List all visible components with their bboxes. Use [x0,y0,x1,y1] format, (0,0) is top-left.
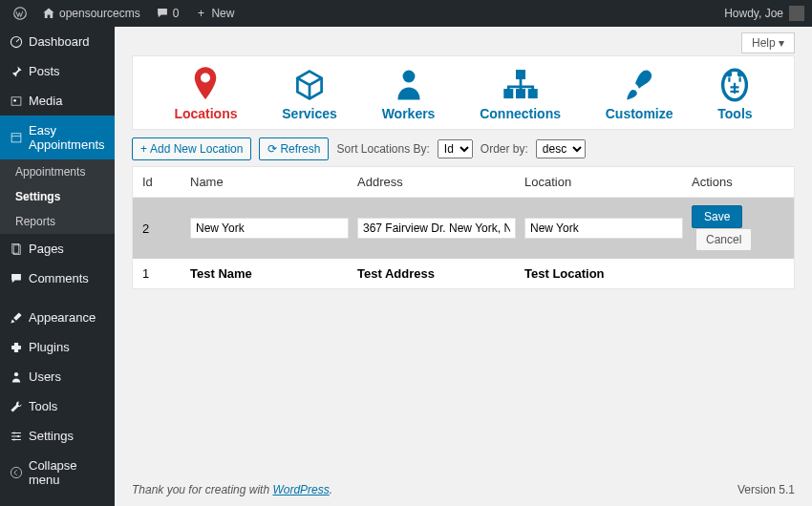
svg-point-12 [201,74,210,83]
sidebar-sub-appointments[interactable]: Appointments [0,159,115,184]
comment-icon [156,7,169,20]
order-label: Order by: [481,142,528,156]
cell-name: Test Name [190,266,357,281]
customize-icon [624,66,654,104]
svg-rect-15 [504,90,511,96]
services-icon [292,66,327,104]
tab-tools[interactable]: Tools [717,66,752,121]
plus-icon: + [140,142,147,156]
svg-point-11 [11,467,21,477]
avatar [789,6,804,21]
svg-point-9 [17,434,19,436]
sidebar-item-appearance[interactable]: Appearance [0,303,115,332]
save-button[interactable]: Save [692,205,742,228]
svg-point-8 [13,432,15,433]
svg-rect-4 [11,134,21,142]
page-icon [10,242,23,256]
comments-count: 0 [173,7,180,20]
refresh-button[interactable]: ⟳Refresh [259,137,329,160]
sidebar-item-pages[interactable]: Pages [0,234,115,264]
comment-icon [10,272,23,285]
user-icon [10,370,23,384]
version-text: Version 5.1 [737,483,795,496]
svg-point-10 [13,438,15,440]
name-input[interactable] [190,218,349,239]
cancel-button[interactable]: Cancel [695,228,752,251]
sidebar-item-collapse-menu[interactable]: Collapse menu [0,451,115,495]
help-button[interactable]: Help ▾ [741,32,795,53]
svg-point-20 [737,72,743,77]
sidebar-sub-reports[interactable]: Reports [0,209,115,234]
svg-rect-16 [517,90,524,96]
table-row: 2SaveCancel [133,198,794,259]
th-id: Id [142,175,190,189]
address-input[interactable] [357,218,516,239]
home-icon [42,7,55,20]
sidebar-item-posts[interactable]: Posts [0,56,115,86]
locations-icon [191,66,220,104]
th-name: Name [190,175,357,189]
sidebar-sub-settings[interactable]: Settings [0,184,115,209]
sidebar-item-plugins[interactable]: Plugins [0,332,115,362]
media-icon [10,95,23,108]
tab-services[interactable]: Services [282,66,337,121]
sidebar-item-easy-appointments[interactable]: Easy Appointments [0,116,115,159]
user-menu[interactable]: Howdy, Joe [724,6,804,21]
sidebar-item-tools[interactable]: Tools [0,391,115,421]
cell-id: 2 [142,221,190,236]
locations-table: Id Name Address Location Actions 2SaveCa… [132,166,795,289]
connections-icon [502,66,540,104]
wordpress-link[interactable]: WordPress [272,483,329,496]
footer-thanks: Thank you for creating with WordPress. [132,483,332,496]
tab-customize[interactable]: Customize [606,66,673,121]
svg-point-19 [727,72,733,77]
svg-rect-2 [11,96,21,104]
svg-point-3 [13,98,16,101]
pin-icon [10,65,23,78]
tab-locations[interactable]: Locations [174,66,237,121]
svg-point-13 [402,71,415,83]
sidebar-item-media[interactable]: Media [0,86,115,116]
location-input[interactable] [524,218,683,239]
comments-link[interactable]: 0 [150,7,185,20]
th-actions: Actions [692,175,784,189]
new-label: New [211,7,234,20]
table-row: 1Test NameTest AddressTest Location [133,259,794,288]
sidebar-item-settings[interactable]: Settings [0,421,115,451]
tab-connections[interactable]: Connections [480,66,561,121]
workers-icon [394,66,424,104]
svg-rect-17 [529,90,536,96]
cell-location: Test Location [524,266,692,281]
th-location: Location [524,175,692,189]
svg-point-0 [14,8,27,20]
th-address: Address [357,175,524,189]
svg-rect-14 [517,71,524,77]
dashboard-icon [10,35,23,49]
add-new-location-button[interactable]: +Add New Location [132,137,251,160]
new-content[interactable]: + New [188,7,240,20]
plus-icon: + [194,7,207,20]
plugin-icon [10,341,23,354]
sidebar-item-dashboard[interactable]: Dashboard [0,27,115,56]
brush-icon [10,311,23,325]
howdy-text: Howdy, Joe [724,7,783,20]
refresh-icon: ⟳ [267,142,277,156]
sidebar-item-comments[interactable]: Comments [0,264,115,293]
admin-sidebar: DashboardPostsMediaEasy AppointmentsAppo… [0,27,115,506]
svg-point-7 [14,372,18,376]
site-home[interactable]: opensourcecms [36,7,146,20]
site-name: opensourcecms [59,7,140,20]
cell-id: 1 [142,266,190,281]
sidebar-item-users[interactable]: Users [0,362,115,391]
settings-icon [10,430,23,443]
wordpress-icon [13,7,27,20]
calendar-icon [10,131,23,144]
wp-logo[interactable] [8,7,32,20]
sort-label: Sort Locations By: [336,142,429,156]
tools-icon [719,66,750,104]
collapse-icon [10,466,23,479]
tab-workers[interactable]: Workers [382,66,436,121]
sort-select[interactable]: Id [438,139,473,158]
cell-address: Test Address [357,266,524,281]
order-select[interactable]: desc [536,139,586,158]
